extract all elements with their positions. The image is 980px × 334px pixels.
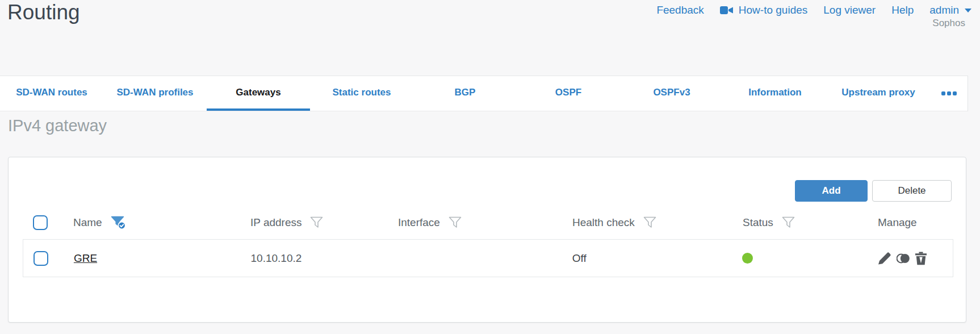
filter-icon[interactable]: [310, 216, 323, 229]
page-title: Routing: [7, 0, 80, 27]
column-header-name: Name: [73, 216, 102, 229]
tab-sd-wan-profiles[interactable]: SD-WAN profiles: [103, 76, 207, 111]
tab-gateways[interactable]: Gateways: [207, 76, 310, 111]
delete-trash-icon[interactable]: [915, 252, 927, 265]
filter-icon[interactable]: [643, 216, 656, 229]
help-link[interactable]: Help: [891, 4, 914, 16]
feedback-link[interactable]: Feedback: [656, 4, 703, 16]
feedback-label: Feedback: [656, 4, 703, 16]
delete-button[interactable]: Delete: [872, 180, 952, 202]
column-header-status: Status: [743, 216, 773, 229]
tab-bar: SD-WAN routes SD-WAN profiles Gateways S…: [0, 76, 968, 111]
admin-label: admin: [929, 4, 959, 16]
row-checkbox[interactable]: [33, 251, 48, 266]
howto-guides-label: How-to guides: [739, 4, 807, 16]
manage-actions: [877, 252, 927, 265]
tab-ospf[interactable]: OSPF: [517, 76, 620, 111]
gateway-card: Add Delete Name IP address Interface: [8, 157, 966, 323]
toolbar: Add Delete: [795, 180, 952, 202]
column-header-ip-address: IP address: [250, 216, 301, 229]
tab-information[interactable]: Information: [723, 76, 827, 111]
tab-more[interactable]: [930, 76, 968, 111]
column-header-manage: Manage: [878, 216, 917, 229]
help-label: Help: [891, 4, 914, 16]
row-ip-address: 10.10.10.2: [251, 252, 399, 265]
caret-down-icon: [964, 8, 972, 13]
admin-menu[interactable]: admin: [929, 4, 972, 16]
edit-pencil-icon[interactable]: [877, 252, 892, 265]
header-links: Feedback How-to guides Log viewer Help a…: [656, 4, 972, 16]
log-viewer-label: Log viewer: [823, 4, 876, 16]
tab-sd-wan-routes[interactable]: SD-WAN routes: [0, 76, 103, 111]
howto-guides-link[interactable]: How-to guides: [720, 4, 807, 16]
tab-upstream-proxy[interactable]: Upstream proxy: [827, 76, 930, 111]
ellipsis-icon: [941, 91, 957, 95]
video-camera-icon: [720, 6, 734, 15]
table-header: Name IP address Interface Health check: [23, 209, 953, 236]
brand-label: Sophos: [932, 18, 965, 29]
tab-bgp[interactable]: BGP: [413, 76, 517, 111]
tab-ospfv3[interactable]: OSPFv3: [620, 76, 723, 111]
tab-static-routes[interactable]: Static routes: [310, 76, 413, 111]
row-health-check: Off: [572, 252, 743, 265]
filter-icon[interactable]: [449, 216, 462, 229]
add-button[interactable]: Add: [795, 180, 868, 202]
column-header-health-check: Health check: [572, 216, 635, 229]
filter-active-icon[interactable]: [111, 216, 127, 230]
select-all-checkbox[interactable]: [33, 215, 48, 230]
section-heading: IPv4 gateway: [8, 115, 107, 136]
log-viewer-link[interactable]: Log viewer: [823, 4, 876, 16]
table-row: GRE 10.10.10.2 Off: [23, 239, 953, 277]
gateway-name-link[interactable]: GRE: [74, 252, 97, 265]
filter-icon[interactable]: [782, 216, 795, 229]
clone-icon[interactable]: [897, 252, 910, 265]
status-dot: [742, 253, 753, 264]
column-header-interface: Interface: [398, 216, 440, 229]
